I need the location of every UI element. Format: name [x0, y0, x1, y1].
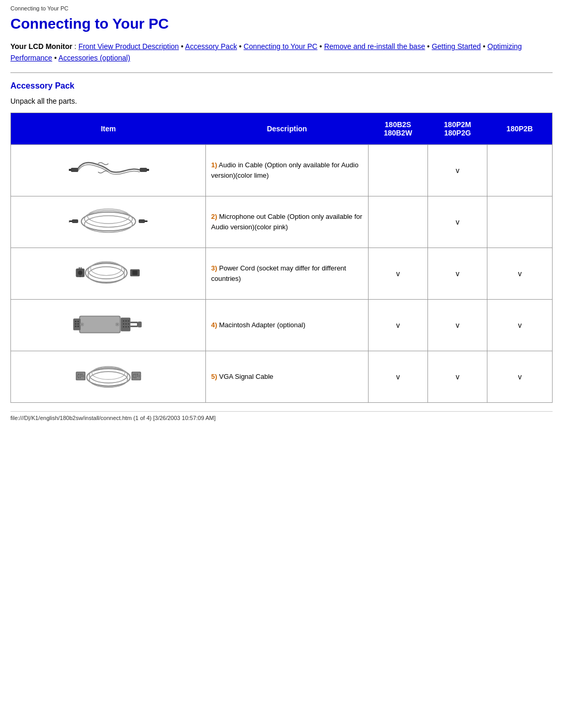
- check-3-col2: v: [428, 248, 487, 299]
- browser-address-bar: Connecting to Your PC: [10, 5, 553, 11]
- svg-point-6: [88, 209, 129, 224]
- footer-bar: file:///D|/K1/english/180b2sw/install/co…: [10, 411, 553, 421]
- accessory-table: Item Description 180B2S 180B2W 180P2M 18…: [10, 113, 553, 403]
- item-image-2: [11, 196, 206, 248]
- col-header-180p2m: 180P2M 180P2G: [428, 113, 487, 144]
- breadcrumb-link-front-view[interactable]: Front View Product Description: [78, 42, 179, 51]
- svg-point-76: [132, 375, 134, 377]
- breadcrumb: Your LCD Monitor : Front View Product De…: [10, 41, 553, 64]
- svg-point-7: [84, 216, 132, 232]
- breadcrumb-link-connecting[interactable]: Connecting to Your PC: [243, 42, 317, 51]
- check-4-col1: v: [368, 299, 427, 351]
- svg-point-34: [123, 320, 124, 322]
- table-row: 3) Power Cord (socket may differ for dif…: [11, 248, 553, 299]
- svg-point-77: [138, 375, 141, 377]
- desc-3: 3) Power Cord (socket may differ for dif…: [206, 248, 369, 299]
- svg-point-72: [133, 377, 134, 378]
- check-1-col1: [368, 144, 427, 196]
- svg-point-74: [76, 375, 79, 377]
- table-row: 2) Microphone out Cable (Option only ava…: [11, 196, 553, 248]
- table-row: 4) Macintosh Adapter (optional) v v v: [11, 299, 553, 351]
- vga-cable-icon: [67, 356, 150, 396]
- breadcrumb-link-getting-started[interactable]: Getting Started: [432, 42, 481, 51]
- svg-point-42: [128, 326, 129, 327]
- check-2-col2: v: [428, 196, 487, 248]
- desc-1: 1) Audio in Cable (Option only available…: [206, 144, 369, 196]
- svg-rect-2: [140, 168, 147, 172]
- svg-point-35: [125, 320, 126, 322]
- breadcrumb-label: Your LCD Monitor: [10, 42, 72, 51]
- svg-point-71: [137, 375, 138, 376]
- page-title: Connecting to Your PC: [10, 16, 553, 32]
- svg-point-18: [78, 270, 82, 275]
- check-1-col3: [487, 144, 553, 196]
- svg-point-66: [133, 374, 134, 375]
- svg-point-30: [77, 323, 79, 325]
- desc-4: 4) Macintosh Adapter (optional): [206, 299, 369, 351]
- svg-point-28: [77, 320, 79, 322]
- svg-point-56: [78, 374, 79, 375]
- section-title: Accessory Pack: [10, 81, 553, 91]
- intro-text: Unpack all the parts.: [10, 97, 553, 105]
- check-3-col3: v: [487, 248, 553, 299]
- svg-point-37: [123, 323, 124, 324]
- svg-rect-12: [144, 220, 148, 222]
- divider: [10, 72, 553, 73]
- mac-adapter-icon: [67, 305, 150, 344]
- svg-point-40: [123, 326, 124, 327]
- check-5-col2: v: [428, 351, 487, 402]
- svg-point-51: [89, 367, 127, 383]
- svg-rect-23: [132, 270, 137, 275]
- svg-rect-26: [73, 318, 80, 330]
- svg-point-32: [77, 326, 79, 327]
- svg-point-4: [81, 212, 136, 231]
- desc-5: 5) VGA Signal Cable: [206, 351, 369, 402]
- desc-2: 2) Microphone out Cable (Option only ava…: [206, 196, 369, 248]
- svg-point-41: [125, 326, 126, 327]
- svg-rect-49: [138, 322, 142, 327]
- svg-rect-1: [69, 169, 71, 171]
- table-row: 1) Audio in Cable (Option only available…: [11, 144, 553, 196]
- check-1-col2: v: [428, 144, 487, 196]
- breadcrumb-link-accessory-pack[interactable]: Accessory Pack: [185, 42, 237, 51]
- check-5-col3: v: [487, 351, 553, 402]
- svg-point-5: [84, 211, 132, 227]
- svg-rect-3: [146, 169, 149, 171]
- svg-rect-33: [120, 317, 130, 331]
- breadcrumb-link-accessories[interactable]: Accessories (optional): [58, 54, 130, 62]
- svg-point-68: [137, 374, 138, 375]
- item-image-1: [11, 144, 206, 196]
- svg-rect-25: [80, 316, 119, 332]
- check-2-col1: [368, 196, 427, 248]
- col-header-180b2s: 180B2S 180B2W: [368, 113, 427, 144]
- audio-cable-icon: [67, 150, 150, 189]
- svg-point-70: [135, 375, 136, 376]
- svg-point-58: [81, 374, 82, 375]
- svg-rect-11: [139, 219, 145, 223]
- svg-point-39: [128, 323, 129, 324]
- svg-point-29: [75, 323, 76, 325]
- microphone-cable-icon: [67, 202, 150, 241]
- svg-point-63: [80, 377, 81, 378]
- svg-point-61: [81, 375, 82, 376]
- check-4-col3: v: [487, 299, 553, 351]
- svg-point-62: [78, 377, 79, 378]
- item-image-4: [11, 299, 206, 351]
- check-4-col2: v: [428, 299, 487, 351]
- svg-point-50: [87, 368, 130, 386]
- svg-point-57: [80, 374, 81, 375]
- svg-rect-0: [71, 168, 78, 172]
- svg-point-75: [82, 375, 85, 377]
- col-header-180p2b: 180P2B: [487, 113, 553, 144]
- svg-point-73: [135, 377, 136, 378]
- item-image-5: [11, 351, 206, 402]
- svg-point-36: [128, 320, 129, 322]
- svg-point-38: [125, 323, 126, 324]
- power-cord-icon: [67, 253, 150, 292]
- svg-point-67: [135, 374, 136, 375]
- breadcrumb-link-remove-reinstall[interactable]: Remove and re-install the base: [324, 42, 425, 51]
- table-row: 5) VGA Signal Cable v v v: [11, 351, 553, 402]
- svg-rect-8: [72, 219, 78, 223]
- col-header-description: Description: [206, 113, 369, 144]
- col-header-item: Item: [11, 113, 206, 144]
